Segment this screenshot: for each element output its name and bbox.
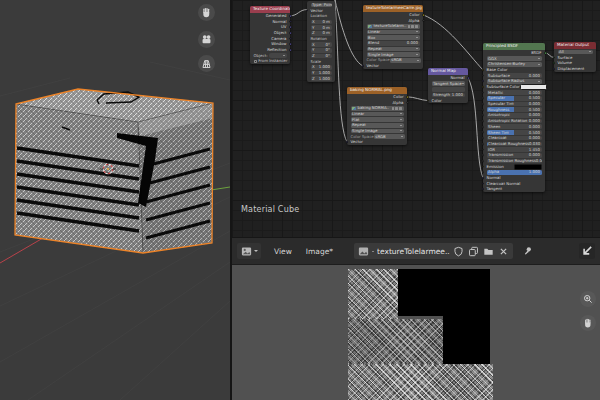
pan-hand-icon[interactable] bbox=[198, 4, 215, 21]
value-slider[interactable]: Transmission Roughness0.000 bbox=[487, 159, 542, 164]
node-image-texture-color[interactable]: textureTolelarmeeCarre.jpgColorAlphatext… bbox=[363, 5, 423, 69]
value-slider[interactable]: X1.000 bbox=[311, 65, 332, 70]
dropdown[interactable]: Subsurface Radius bbox=[487, 79, 542, 84]
dropdown[interactable]: GGX bbox=[487, 56, 542, 61]
node-socket[interactable] bbox=[482, 97, 485, 100]
value-slider[interactable]: Anisotropic0.000 bbox=[487, 113, 542, 118]
node-mapping[interactable]: Type:PointVectorLocationX0 mY0 mZ0 mRota… bbox=[307, 1, 335, 82]
value-slider[interactable]: Y1.000 bbox=[311, 71, 332, 76]
node-socket[interactable] bbox=[346, 141, 349, 144]
pin-icon[interactable] bbox=[522, 245, 534, 257]
dropdown[interactable]: sRGB bbox=[374, 134, 405, 139]
node-material-output[interactable]: Material OutputAllSurfaceVolumeDisplacem… bbox=[554, 42, 596, 72]
dropdown[interactable]: Box bbox=[367, 35, 420, 40]
node-socket[interactable] bbox=[289, 37, 292, 40]
value-slider[interactable]: Roughness0.500 bbox=[487, 107, 542, 112]
dropdown[interactable]: Single Image bbox=[351, 129, 404, 134]
node-socket[interactable] bbox=[482, 125, 485, 128]
node-socket[interactable] bbox=[289, 49, 292, 52]
image-datablock-field[interactable]: baking NORMA.. bbox=[351, 106, 404, 111]
node-socket[interactable] bbox=[482, 165, 485, 168]
node-header-image-texture-normal[interactable]: baking NORMAL.png bbox=[347, 87, 407, 94]
menu-image[interactable]: Image* bbox=[299, 247, 340, 256]
duplicate-icon[interactable] bbox=[411, 25, 414, 28]
node-socket[interactable] bbox=[289, 20, 292, 23]
image-canvas[interactable] bbox=[232, 265, 600, 400]
camera-view-icon[interactable] bbox=[198, 31, 215, 48]
value-slider[interactable]: Z0° bbox=[311, 54, 332, 59]
value-slider[interactable]: Y0 m bbox=[311, 25, 332, 30]
dropdown[interactable]: All bbox=[558, 50, 593, 55]
corner-arrow-icon[interactable] bbox=[579, 243, 595, 259]
value-slider[interactable]: X0 m bbox=[311, 20, 332, 25]
value-slider[interactable]: Specular Tint0.000 bbox=[487, 102, 542, 107]
object-field[interactable] bbox=[269, 53, 287, 58]
node-socket[interactable] bbox=[553, 62, 556, 65]
node-socket[interactable] bbox=[482, 148, 485, 151]
value-slider[interactable]: Anisotropic Rotation0.000 bbox=[487, 119, 542, 124]
zoom-icon[interactable] bbox=[580, 291, 596, 307]
image-editor[interactable]: View Image* textureTolelarmee.. bbox=[230, 237, 600, 400]
value-slider[interactable]: Specular0.500 bbox=[487, 96, 542, 101]
node-socket[interactable] bbox=[289, 43, 292, 46]
node-socket[interactable] bbox=[467, 76, 470, 79]
node-socket[interactable] bbox=[482, 171, 485, 174]
value-slider[interactable]: Blend0.000 bbox=[367, 41, 420, 46]
open-folder-icon[interactable] bbox=[483, 245, 495, 257]
node-socket[interactable] bbox=[482, 188, 485, 191]
dropdown[interactable]: sRGB bbox=[390, 58, 421, 63]
dropdown[interactable]: Flat bbox=[351, 117, 404, 122]
node-image-texture-normal[interactable]: baking NORMAL.pngColorAlphabaking NORMA.… bbox=[347, 87, 407, 145]
node-header-normal-map[interactable]: Normal Map bbox=[428, 68, 468, 75]
value-slider[interactable]: Y0° bbox=[311, 48, 332, 53]
open-folder-icon[interactable] bbox=[399, 107, 402, 110]
value-slider[interactable]: Z1.000 bbox=[311, 76, 332, 81]
shield-icon[interactable] bbox=[408, 25, 411, 28]
node-socket[interactable] bbox=[482, 131, 485, 134]
dropdown[interactable]: Single Image bbox=[367, 52, 420, 57]
textured-cube[interactable] bbox=[15, 89, 213, 253]
image-name[interactable]: textureTolelarmee.. bbox=[377, 247, 450, 256]
node-row-z[interactable]: Z1.000 bbox=[307, 76, 335, 82]
perspective-grid-icon[interactable] bbox=[198, 55, 215, 72]
duplicate-icon[interactable] bbox=[468, 245, 480, 257]
open-folder-icon[interactable] bbox=[415, 25, 418, 28]
value-slider[interactable]: Metallic0.000 bbox=[487, 90, 542, 95]
checkbox[interactable] bbox=[254, 60, 257, 63]
node-socket[interactable] bbox=[482, 137, 485, 140]
pan-hand-icon[interactable] bbox=[580, 315, 596, 331]
image-datablock-field[interactable]: textureTolelarm.. bbox=[367, 24, 420, 29]
node-socket[interactable] bbox=[306, 9, 309, 12]
dropdown[interactable]: Repeat bbox=[367, 47, 420, 52]
node-socket[interactable] bbox=[427, 99, 430, 102]
node-socket[interactable] bbox=[289, 14, 292, 17]
value-slider[interactable]: Subsurface0.000 bbox=[487, 73, 542, 78]
value-slider[interactable]: X0° bbox=[311, 42, 332, 47]
dropdown[interactable]: Repeat bbox=[351, 123, 404, 128]
node-socket[interactable] bbox=[482, 108, 485, 111]
node-socket[interactable] bbox=[422, 19, 425, 22]
3d-viewport[interactable] bbox=[0, 0, 230, 400]
node-socket[interactable] bbox=[482, 103, 485, 106]
node-socket[interactable] bbox=[553, 56, 556, 59]
menu-view[interactable]: View bbox=[267, 247, 299, 256]
node-socket[interactable] bbox=[406, 101, 409, 104]
shader-node-editor[interactable]: Texture CoordinateGeneratedNormalUVObjec… bbox=[230, 0, 600, 237]
node-socket[interactable] bbox=[482, 120, 485, 123]
node-socket[interactable] bbox=[482, 91, 485, 94]
node-normal-map[interactable]: Normal MapNormalTangent SpaceStrength1.0… bbox=[428, 68, 468, 103]
node-socket[interactable] bbox=[289, 32, 292, 35]
value-slider[interactable]: Alpha1.000 bbox=[487, 170, 542, 175]
node-socket[interactable] bbox=[482, 114, 485, 117]
node-row-from-instancer[interactable]: From Instancer bbox=[250, 59, 290, 65]
node-socket[interactable] bbox=[482, 182, 485, 185]
shield-icon[interactable] bbox=[392, 107, 395, 110]
node-header-material-output[interactable]: Material Output bbox=[554, 42, 596, 49]
value-slider[interactable]: Sheen0.000 bbox=[487, 124, 542, 129]
value-slider[interactable]: Sheen Tint0.500 bbox=[487, 130, 542, 135]
node-socket[interactable] bbox=[553, 68, 556, 71]
node-socket[interactable] bbox=[544, 51, 547, 54]
node-socket[interactable] bbox=[482, 154, 485, 157]
node-socket[interactable] bbox=[482, 80, 485, 83]
node-socket[interactable] bbox=[482, 86, 485, 89]
